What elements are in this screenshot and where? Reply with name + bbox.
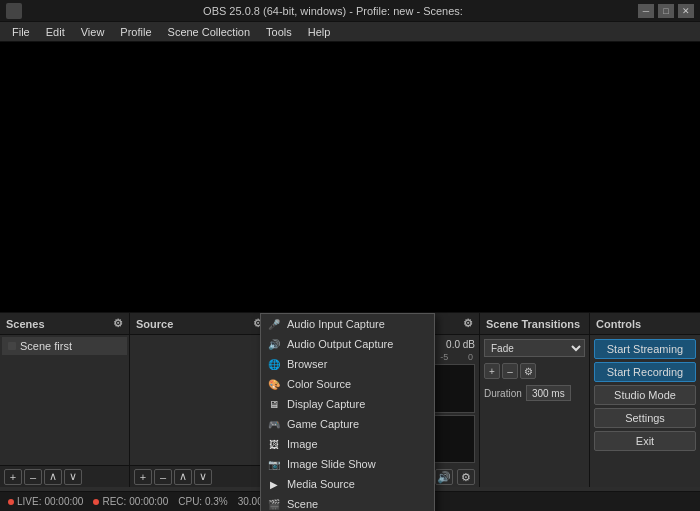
menu-file[interactable]: File <box>4 24 38 40</box>
scene-label: Scene first <box>20 340 72 352</box>
scenes-remove-button[interactable]: – <box>24 469 42 485</box>
live-status: LIVE: 00:00:00 <box>8 496 83 507</box>
audio-input-icon: 🎤 <box>267 317 281 331</box>
ctx-image[interactable]: 🖼 Image <box>261 434 434 454</box>
scenes-move-up-button[interactable]: ∧ <box>44 469 62 485</box>
menu-tools[interactable]: Tools <box>258 24 300 40</box>
color-source-icon: 🎨 <box>267 377 281 391</box>
duration-input[interactable] <box>526 385 571 401</box>
transitions-content: Fade Cut + – ⚙ Duration <box>480 335 589 405</box>
start-recording-button[interactable]: Start Recording <box>594 362 696 382</box>
ctx-image-slide-show[interactable]: 📷 Image Slide Show <box>261 454 434 474</box>
transition-add-button[interactable]: + <box>484 363 500 379</box>
scene-item[interactable]: Scene first <box>2 337 127 355</box>
ctx-color-source-label: Color Source <box>287 378 351 390</box>
audio-mute-button[interactable]: 🔊 <box>435 469 453 485</box>
menu-edit[interactable]: Edit <box>38 24 73 40</box>
scenes-panel: Scenes ⚙ Scene first + – ∧ ∨ <box>0 313 130 487</box>
game-capture-icon: 🎮 <box>267 417 281 431</box>
browser-icon: 🌐 <box>267 357 281 371</box>
rec-label: REC: <box>102 496 126 507</box>
exit-button[interactable]: Exit <box>594 431 696 451</box>
transition-remove-button[interactable]: – <box>502 363 518 379</box>
audio-header-icons: ⚙ <box>463 317 473 330</box>
sources-toolbar: + – ∧ ∨ <box>130 465 269 487</box>
audio-db-value: 0.0 dB <box>446 339 475 350</box>
sources-add-button[interactable]: + <box>134 469 152 485</box>
live-label: LIVE: <box>17 496 41 507</box>
ctx-image-label: Image <box>287 438 318 450</box>
audio-settings-icon[interactable]: ⚙ <box>463 317 473 330</box>
scenes-header-icons: ⚙ <box>113 317 123 330</box>
studio-mode-button[interactable]: Studio Mode <box>594 385 696 405</box>
ctx-media-source-label: Media Source <box>287 478 355 490</box>
settings-button[interactable]: Settings <box>594 408 696 428</box>
scenes-header: Scenes ⚙ <box>0 313 129 335</box>
scenes-add-button[interactable]: + <box>4 469 22 485</box>
transitions-title: Scene Transitions <box>486 318 580 330</box>
ctx-audio-output-label: Audio Output Capture <box>287 338 393 350</box>
controls-title: Controls <box>596 318 641 330</box>
scenes-move-down-button[interactable]: ∨ <box>64 469 82 485</box>
menu-scene-collection[interactable]: Scene Collection <box>160 24 259 40</box>
ctx-audio-input-label: Audio Input Capture <box>287 318 385 330</box>
ctx-display-capture[interactable]: 🖥 Display Capture <box>261 394 434 414</box>
sources-move-down-button[interactable]: ∨ <box>194 469 212 485</box>
scenes-filter-icon[interactable]: ⚙ <box>113 317 123 330</box>
close-button[interactable]: ✕ <box>678 4 694 18</box>
sources-header: Source ⚙ <box>130 313 269 335</box>
ctx-browser-label: Browser <box>287 358 327 370</box>
live-time: 00:00:00 <box>44 496 83 507</box>
rec-time: 00:00:00 <box>129 496 168 507</box>
app-icon <box>6 3 22 19</box>
menu-profile[interactable]: Profile <box>112 24 159 40</box>
window-controls: ─ □ ✕ <box>638 4 694 18</box>
ctx-display-capture-label: Display Capture <box>287 398 365 410</box>
ctx-scene[interactable]: 🎬 Scene <box>261 494 434 511</box>
audio-output-icon: 🔊 <box>267 337 281 351</box>
context-menu: 🎤 Audio Input Capture 🔊 Audio Output Cap… <box>260 313 435 511</box>
ctx-media-source[interactable]: ▶ Media Source <box>261 474 434 494</box>
live-dot <box>8 499 14 505</box>
cpu-status: CPU: 0.3% <box>178 496 227 507</box>
audio-settings-button[interactable]: ⚙ <box>457 469 475 485</box>
ctx-image-slide-show-label: Image Slide Show <box>287 458 376 470</box>
title-bar: OBS 25.0.8 (64-bit, windows) - Profile: … <box>0 0 700 22</box>
scene-transitions-panel: Scene Transitions Fade Cut + – ⚙ Duratio… <box>480 313 590 487</box>
transition-icons: + – ⚙ <box>484 363 585 379</box>
controls-panel: Controls Start Streaming Start Recording… <box>590 313 700 487</box>
start-streaming-button[interactable]: Start Streaming <box>594 339 696 359</box>
sources-move-up-button[interactable]: ∧ <box>174 469 192 485</box>
duration-label: Duration <box>484 388 522 399</box>
ctx-audio-output[interactable]: 🔊 Audio Output Capture <box>261 334 434 354</box>
image-icon: 🖼 <box>267 437 281 451</box>
display-capture-icon: 🖥 <box>267 397 281 411</box>
scene-dot <box>8 342 16 350</box>
menu-view[interactable]: View <box>73 24 113 40</box>
minimize-button[interactable]: ─ <box>638 4 654 18</box>
image-slide-show-icon: 📷 <box>267 457 281 471</box>
ctx-browser[interactable]: 🌐 Browser <box>261 354 434 374</box>
sources-list <box>130 335 269 465</box>
window-title: OBS 25.0.8 (64-bit, windows) - Profile: … <box>28 5 638 17</box>
maximize-button[interactable]: □ <box>658 4 674 18</box>
ctx-audio-input[interactable]: 🎤 Audio Input Capture <box>261 314 434 334</box>
ctx-color-source[interactable]: 🎨 Color Source <box>261 374 434 394</box>
scenes-toolbar: + – ∧ ∨ <box>0 465 129 487</box>
ctx-game-capture[interactable]: 🎮 Game Capture <box>261 414 434 434</box>
scene-icon: 🎬 <box>267 497 281 511</box>
sources-remove-button[interactable]: – <box>154 469 172 485</box>
sources-panel: Source ⚙ + – ∧ ∨ 🎤 Audio Input Capture <box>130 313 270 487</box>
ctx-game-capture-label: Game Capture <box>287 418 359 430</box>
media-source-icon: ▶ <box>267 477 281 491</box>
menu-bar: File Edit View Profile Scene Collection … <box>0 22 700 42</box>
transition-settings-button[interactable]: ⚙ <box>520 363 536 379</box>
bottom-panels: Scenes ⚙ Scene first + – ∧ ∨ Source <box>0 312 700 487</box>
controls-header: Controls <box>590 313 700 335</box>
scenes-list: Scene first <box>0 335 129 465</box>
menu-help[interactable]: Help <box>300 24 339 40</box>
scenes-title: Scenes <box>6 318 45 330</box>
transition-dropdown-row: Fade Cut <box>484 339 585 357</box>
transition-select[interactable]: Fade Cut <box>484 339 585 357</box>
transitions-header: Scene Transitions <box>480 313 589 335</box>
